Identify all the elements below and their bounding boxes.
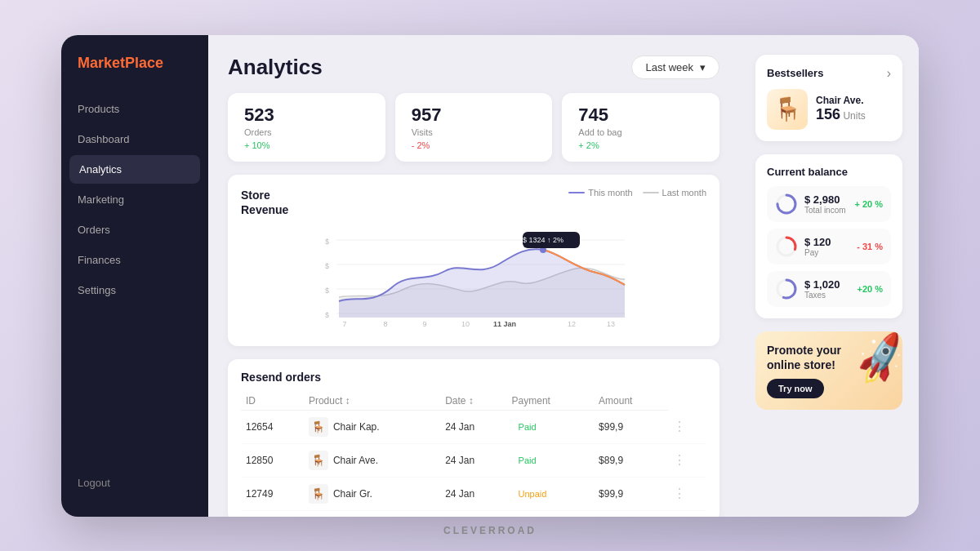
logo-part2: Place [125, 55, 163, 71]
row-menu-icon[interactable]: ⋮ [673, 487, 686, 500]
svg-text:11 Jan: 11 Jan [493, 320, 516, 328]
col-date[interactable]: Date ↕ [440, 392, 506, 411]
stat-change-visits: - 2% [412, 140, 537, 150]
svg-text:13: 13 [607, 320, 615, 328]
logout-button[interactable]: Logout [61, 469, 208, 497]
cell-payment: Paid [507, 410, 595, 443]
svg-text:$: $ [325, 311, 329, 319]
payment-status: Unpaid [512, 487, 554, 500]
table-row: 12850 🪑 Chair Ave. 24 Jan Paid $89,9 ⋮ [241, 443, 706, 477]
stats-row: 523 Orders + 10% 957 Visits - 2% 745 Add… [228, 93, 719, 162]
chart-legend: This month Last month [568, 188, 706, 198]
balance-amount-1: $ 120 [804, 236, 831, 248]
orders-table: ID Product ↕ Date ↕ Payment Amount 12654… [241, 392, 706, 511]
col-id: ID [241, 392, 304, 411]
chart-title-line2: Revenue [241, 203, 288, 216]
balance-card: Current balance $ 2,980 Total incom + 20… [755, 154, 902, 318]
promote-card: Promote your online store! Try now 🚀 [755, 331, 902, 410]
cell-amount: $89,9 [594, 443, 667, 477]
cell-menu[interactable]: ⋮ [668, 477, 707, 510]
stat-change-orders: + 10% [244, 140, 369, 150]
balance-type-0: Total incom [804, 206, 846, 215]
nav-items: Products Dashboard Analytics Marketing O… [61, 95, 208, 469]
row-menu-icon[interactable]: ⋮ [673, 420, 686, 433]
balance-item-0: $ 2,980 Total incom + 20 % [767, 186, 891, 222]
promote-title: Promote your online store! [767, 343, 857, 372]
promote-button[interactable]: Try now [767, 379, 824, 398]
svg-text:9: 9 [422, 320, 426, 328]
col-product[interactable]: Product ↕ [304, 392, 440, 411]
balance-item-2: $ 1,020 Taxes +20 % [767, 271, 891, 307]
sidebar-item-finances[interactable]: Finances [61, 246, 208, 274]
sidebar-item-settings[interactable]: Settings [61, 276, 208, 304]
orders-section: Resend orders ID Product ↕ Date ↕ Paymen… [228, 359, 719, 517]
balance-ring-1 [775, 235, 798, 258]
svg-text:$: $ [325, 262, 329, 270]
bestsellers-title: Bestsellers [767, 67, 823, 79]
bestseller-product-name: Chair Ave. [816, 95, 866, 106]
bestseller-units: 156 Units [816, 106, 866, 123]
stat-label-orders: Orders [244, 127, 369, 137]
svg-text:8: 8 [383, 320, 387, 328]
stat-label-addtobag: Add to bag [578, 127, 703, 137]
legend-current: This month [568, 188, 632, 198]
bestseller-item: 🪑 Chair Ave. 156 Units [767, 89, 891, 130]
chart-title: Store Revenue [241, 188, 288, 217]
col-payment: Payment [507, 392, 595, 411]
balance-item-1: $ 120 Pay - 31 % [767, 229, 891, 264]
svg-text:$: $ [325, 238, 329, 246]
bestsellers-arrow-icon[interactable]: › [887, 66, 891, 81]
cell-amount: $99,9 [594, 477, 667, 510]
cell-date: 24 Jan [440, 410, 506, 443]
promote-illustration: 🚀 [851, 331, 902, 389]
row-menu-icon[interactable]: ⋮ [673, 453, 686, 467]
main-header: Analytics Last week ▾ [228, 55, 719, 80]
bestseller-units-label: Units [843, 110, 865, 122]
stat-value-addtobag: 745 [578, 104, 703, 126]
product-icon: 🪑 [309, 451, 328, 470]
period-selector[interactable]: Last week ▾ [631, 56, 719, 79]
cell-date: 24 Jan [440, 477, 506, 510]
stat-card-orders: 523 Orders + 10% [228, 93, 385, 162]
sidebar-item-marketing[interactable]: Marketing [61, 185, 208, 214]
balance-change-0: + 20 % [854, 199, 883, 209]
sidebar-item-dashboard[interactable]: Dashboard [61, 125, 208, 153]
legend-label-current: This month [588, 188, 632, 198]
product-icon: 🪑 [309, 484, 328, 504]
sidebar-item-products[interactable]: Products [61, 95, 208, 123]
cell-id: 12749 [241, 477, 304, 510]
balance-left: $ 120 Pay [775, 235, 831, 258]
balance-type-1: Pay [804, 248, 831, 257]
cell-product: 🪑 Chair Kap. [304, 410, 440, 443]
sidebar-item-orders[interactable]: Orders [61, 216, 208, 244]
legend-label-last: Last month [662, 188, 706, 198]
balance-amount-0: $ 2,980 [804, 193, 846, 206]
cell-payment: Paid [507, 443, 595, 477]
sidebar-item-analytics[interactable]: Analytics [69, 155, 200, 184]
product-name: Chair Ave. [333, 455, 378, 466]
right-panel: Bestsellers › 🪑 Chair Ave. 156 Units Cur… [739, 35, 919, 517]
payment-status: Paid [512, 420, 543, 433]
cell-menu[interactable]: ⋮ [668, 410, 707, 443]
bestsellers-card: Bestsellers › 🪑 Chair Ave. 156 Units [755, 55, 902, 141]
cell-id: 12850 [241, 443, 304, 477]
balance-info-2: $ 1,020 Taxes [804, 278, 840, 300]
cell-menu[interactable]: ⋮ [668, 443, 707, 477]
cell-amount: $99,9 [594, 410, 667, 443]
balance-info-1: $ 120 Pay [804, 236, 831, 257]
product-icon: 🪑 [309, 417, 328, 437]
payment-status: Paid [512, 454, 543, 467]
chart-header: Store Revenue This month Last month [241, 188, 706, 217]
product-name: Chair Kap. [333, 421, 380, 433]
svg-text:10: 10 [461, 320, 470, 328]
balance-ring-0 [775, 193, 798, 216]
product-name: Chair Gr. [333, 488, 372, 500]
svg-text:$ 1324  ↑ 2%: $ 1324 ↑ 2% [523, 236, 564, 244]
table-row: 12654 🪑 Chair Kap. 24 Jan Paid $99,9 ⋮ [241, 410, 706, 443]
bestsellers-header: Bestsellers › [767, 66, 891, 81]
sidebar: MarketPlace Products Dashboard Analytics… [61, 35, 208, 517]
cell-product: 🪑 Chair Ave. [304, 443, 440, 477]
balance-amount-2: $ 1,020 [804, 278, 840, 291]
balance-type-2: Taxes [804, 291, 840, 300]
period-label: Last week [645, 61, 693, 73]
